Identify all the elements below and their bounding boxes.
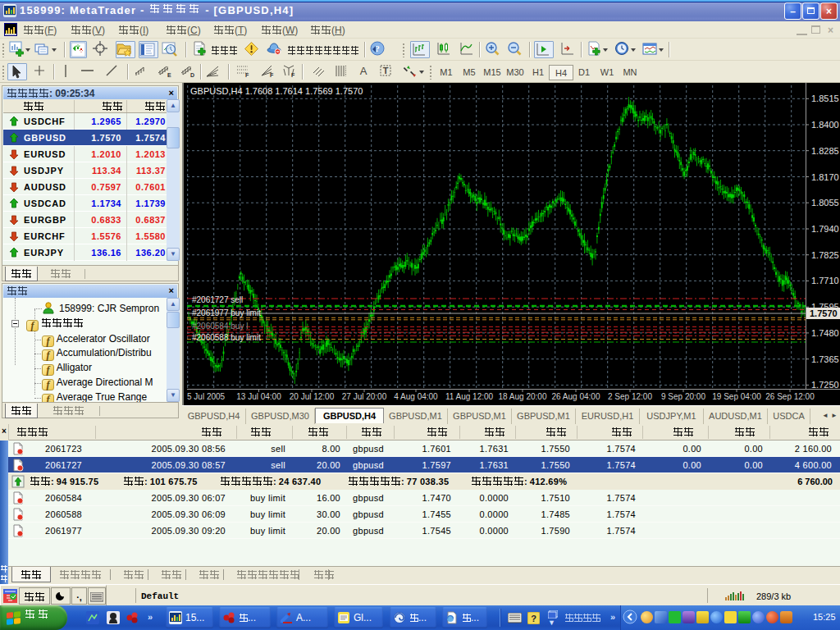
svg-text:?: ? xyxy=(531,614,536,623)
svg-text:5 Jul 2005: 5 Jul 2005 xyxy=(187,392,226,401)
svg-text:1.8515: 1.8515 xyxy=(811,94,839,103)
svg-text:F: F xyxy=(291,72,295,78)
svg-text:1.8400: 1.8400 xyxy=(811,120,839,130)
svg-text:1.7365: 1.7365 xyxy=(811,354,839,364)
svg-text:1.7480: 1.7480 xyxy=(811,328,839,338)
svg-text:#2060584 buy l: #2060584 buy l xyxy=(192,322,248,331)
svg-text:26 Sep 12:00: 26 Sep 12:00 xyxy=(765,392,815,401)
svg-text:T: T xyxy=(383,66,389,75)
svg-text:F: F xyxy=(245,72,249,78)
svg-text:1.7825: 1.7825 xyxy=(811,250,839,260)
svg-text:2 Sep 12:00: 2 Sep 12:00 xyxy=(608,392,652,401)
svg-text:A: A xyxy=(360,65,368,77)
svg-text:9 Sep 20:00: 9 Sep 20:00 xyxy=(661,392,705,401)
svg-text:?: ? xyxy=(375,43,380,53)
svg-text:1.7250: 1.7250 xyxy=(811,380,839,390)
svg-text:19 Sep 04:00: 19 Sep 04:00 xyxy=(712,392,761,401)
svg-text:E: E xyxy=(167,72,171,78)
svg-text:1.8170: 1.8170 xyxy=(811,172,839,182)
svg-text:1.8055: 1.8055 xyxy=(811,198,839,208)
svg-text:1.7710: 1.7710 xyxy=(811,276,839,285)
svg-text:1.7940: 1.7940 xyxy=(811,224,839,234)
svg-text:GBPUSD,H4 1.7608 1.7614 1.756: GBPUSD,H4 1.7608 1.7614 1.7569 1.7570 xyxy=(190,86,363,96)
svg-text:D: D xyxy=(190,72,194,78)
svg-text:11 Aug 12:00: 11 Aug 12:00 xyxy=(445,392,494,401)
svg-text:18 Aug 20:00: 18 Aug 20:00 xyxy=(499,392,547,401)
svg-text:1.7570: 1.7570 xyxy=(810,308,838,318)
svg-text:#2060588 buy limit: #2060588 buy limit xyxy=(192,333,261,342)
svg-text:13 Jul 04:00: 13 Jul 04:00 xyxy=(236,392,281,401)
svg-text:27 Jul 20:00: 27 Jul 20:00 xyxy=(342,392,387,401)
svg-text:4 Aug 04:00: 4 Aug 04:00 xyxy=(394,392,438,401)
svg-text:#2061977 buy limit: #2061977 buy limit xyxy=(192,308,261,317)
svg-text:#2061727 sell: #2061727 sell xyxy=(192,295,243,304)
svg-text:20 Jul 12:00: 20 Jul 12:00 xyxy=(290,392,335,401)
svg-text:1.8285: 1.8285 xyxy=(811,146,839,156)
svg-text:26 Aug 04:00: 26 Aug 04:00 xyxy=(552,392,600,401)
svg-text:F: F xyxy=(270,72,274,78)
